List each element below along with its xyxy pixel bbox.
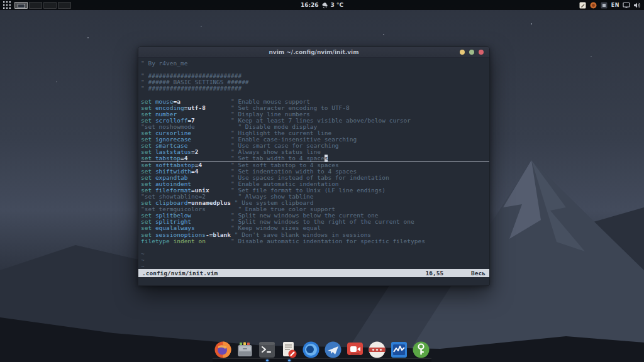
buffer-line: ~ xyxy=(141,263,489,269)
statusline-scroll-indicator: Весь xyxy=(471,270,486,277)
dock xyxy=(0,337,644,362)
keyboard-layout-indicator[interactable]: EN xyxy=(611,3,619,8)
window-titlebar[interactable]: nvim ~/.config/nvim/init.vim xyxy=(138,47,489,58)
workspace-3[interactable] xyxy=(43,2,57,9)
terminal-window: nvim ~/.config/nvim/init.vim " By r4ven_… xyxy=(138,47,490,286)
volume-tray-icon[interactable] xyxy=(633,1,641,9)
dock-firefox-icon[interactable] xyxy=(214,341,232,359)
minimize-button[interactable] xyxy=(460,50,465,55)
desktop: 16:26 3 °C EN xyxy=(0,0,644,362)
top-panel: 16:26 3 °C EN xyxy=(0,0,644,10)
buffer-line xyxy=(141,244,489,251)
buffer-line: ~ xyxy=(141,251,489,257)
terminal-buffer[interactable]: " By r4ven_me " ########################… xyxy=(138,58,489,269)
buffer-line: " ########################## xyxy=(141,85,489,92)
statusline-cursor-position: 16,55 xyxy=(426,270,444,277)
buffer-line: " By r4ven_me xyxy=(141,60,489,67)
dock-browser-icon[interactable] xyxy=(302,341,320,359)
buffer-line: filetype indent on " Disable automatic i… xyxy=(141,238,489,244)
dock-keepassxc-icon[interactable] xyxy=(412,341,430,359)
clock[interactable]: 16:26 xyxy=(301,2,319,8)
dock-terminal-icon[interactable] xyxy=(258,341,276,359)
workspace-4[interactable] xyxy=(58,2,71,9)
workspace-1[interactable] xyxy=(14,2,28,9)
window-title: nvim ~/.config/nvim/init.vim xyxy=(138,49,489,55)
weather-icon xyxy=(321,2,328,9)
buffer-line: ~ xyxy=(141,257,489,263)
workspace-2[interactable] xyxy=(29,2,42,9)
dock-screen-recorder-icon[interactable] xyxy=(346,341,364,359)
statusline-filename: .config/nvim/init.vim xyxy=(142,270,218,277)
dock-text-editor-icon[interactable] xyxy=(280,341,298,359)
dock-system-monitor-icon[interactable] xyxy=(390,341,408,359)
network-tray-icon[interactable] xyxy=(590,1,597,9)
notes-tray-icon[interactable] xyxy=(579,1,587,9)
dock-messenger-icon[interactable] xyxy=(324,341,342,359)
maximize-button[interactable] xyxy=(469,50,474,55)
apps-grid-icon[interactable] xyxy=(3,1,11,9)
workspace-switcher xyxy=(14,2,71,9)
display-tray-icon[interactable] xyxy=(623,1,630,9)
vim-command-line xyxy=(138,277,489,285)
dock-file-manager-icon[interactable] xyxy=(236,341,254,359)
system-tray: EN xyxy=(579,1,644,9)
dock-media-app-icon[interactable] xyxy=(368,341,386,359)
close-button[interactable] xyxy=(479,50,484,55)
temperature[interactable]: 3 °C xyxy=(331,2,344,8)
vim-statusline: .config/nvim/init.vim 16,55 Весь xyxy=(138,269,489,277)
app-tray-icon[interactable] xyxy=(601,1,608,9)
